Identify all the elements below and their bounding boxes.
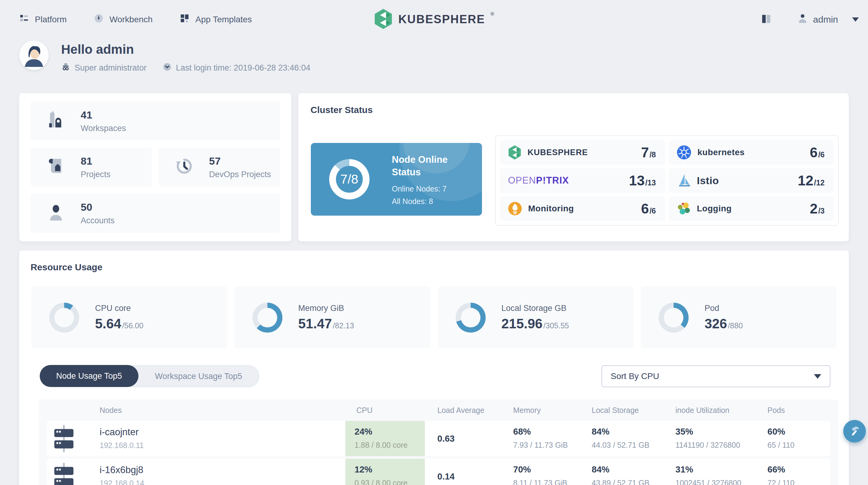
component-total: /12 [814, 179, 825, 187]
toolbox-fab-button[interactable] [843, 420, 866, 443]
logging-logo [677, 201, 691, 216]
stat-devops-projects[interactable]: 57 DevOps Projects [159, 148, 280, 187]
gauge-label: Memory GiB [298, 303, 354, 313]
component-value: 6 [641, 200, 649, 217]
stat-workspaces[interactable]: 41 Workspaces [31, 101, 280, 140]
overview-stats-card: 41 Workspaces 81 Projects 57 DevOps Proj… [19, 93, 291, 241]
all-nodes-label: All Nodes: 8 [392, 195, 474, 208]
usage-tabs: Node Usage Top5 Workspace Usage Top5 [40, 365, 259, 387]
user-name: admin [813, 14, 838, 25]
kubernetes-logo [677, 145, 691, 160]
component-name: Istio [697, 175, 719, 187]
sort-by-dropdown[interactable]: Sort By CPU [601, 365, 830, 387]
openpitrix-logo: OPENP!TRIX [508, 175, 569, 186]
page-title: Hello admin [61, 42, 134, 57]
gauge-used: 51.47 [298, 316, 332, 331]
col-inode-utilization: inode Utilization [676, 406, 730, 415]
brand-wordmark: KUBESPHERE [398, 13, 485, 26]
node-ip: 192.168.0.14 [100, 479, 144, 485]
kubesphere-logo [508, 145, 521, 160]
docs-book-icon[interactable] [760, 13, 773, 26]
gauge-memory: Memory GiB 51.47/82.13 [235, 287, 430, 349]
table-header: Nodes CPU Load Average Memory Local Stor… [47, 399, 830, 421]
server-node-icon [53, 463, 75, 485]
istio-logo [677, 173, 691, 188]
user-menu[interactable]: admin [797, 13, 859, 26]
inode-utilization-cell: 31% 1002451 / 3276800 [676, 464, 741, 485]
cpu-usage-cell: 12% 0.93 / 8.00 core [345, 459, 425, 485]
pods-cell: 60% 65 / 110 [768, 427, 795, 450]
nav-workbench[interactable]: Workbench [94, 13, 153, 26]
component-openpitrix: OPENP!TRIX 13 /13 [500, 168, 665, 193]
node-usage-table: Nodes CPU Load Average Memory Local Stor… [39, 399, 838, 485]
gauge-total: /56.00 [122, 321, 144, 330]
inode-utilization-cell: 35% 1141190 / 3276800 [676, 427, 740, 450]
col-memory: Memory [513, 406, 541, 415]
component-value: 7 [641, 144, 649, 161]
app-templates-icon [179, 13, 190, 26]
workspaces-label: Workspaces [81, 124, 126, 133]
workspaces-icon [48, 111, 64, 130]
load-average-cell: 0.14 [437, 459, 455, 485]
devops-label: DevOps Projects [209, 170, 271, 179]
stat-accounts[interactable]: 50 Accounts [31, 194, 280, 233]
memory-cell: 70% 8.11 / 11.73 GiB [513, 464, 567, 485]
col-nodes: Nodes [100, 406, 122, 415]
resource-gauges: CPU core 5.64/56.00 Memory GiB 51.47/82.… [31, 287, 837, 349]
devops-count: 57 [209, 155, 271, 167]
component-value: 12 [798, 172, 813, 189]
last-login: Last login time: 2019-06-28 23:46:04 [163, 62, 311, 74]
accounts-label: Accounts [81, 216, 115, 225]
gauge-local-storage: Local Storage GB 215.96/305.55 [438, 287, 633, 349]
projects-icon [48, 158, 64, 176]
clock-check-icon [163, 62, 172, 74]
component-istio: Istio 12 /12 [669, 168, 834, 193]
last-login-label: Last login time: 2019-06-28 23:46:04 [176, 63, 311, 73]
tab-workspace-usage-top5[interactable]: Workspace Usage Top5 [138, 372, 258, 381]
gauge-total: /82.13 [333, 321, 354, 330]
workspaces-count: 41 [81, 109, 126, 121]
tab-node-usage-top5[interactable]: Node Usage Top5 [40, 365, 138, 387]
memory-cell: 68% 7.93 / 11.73 GiB [513, 427, 568, 450]
chevron-down-icon [814, 374, 821, 379]
component-logging: Logging 2 /3 [669, 196, 834, 221]
projects-count: 81 [81, 155, 111, 167]
pods-cell: 66% 72 / 110 [768, 464, 795, 485]
gauge-label: Local Storage GB [501, 303, 569, 313]
table-row[interactable]: i-16x6bgj8 192.168.0.14 12% 0.93 / 8.00 … [47, 459, 830, 485]
node-online-title: Node Online Status [392, 153, 474, 179]
platform-icon [19, 13, 29, 26]
monitoring-logo [508, 201, 522, 216]
local-storage-cell: 84% 43.89 / 52.71 GB [592, 464, 649, 485]
admin-role-icon [61, 62, 70, 74]
component-name: Logging [697, 204, 732, 214]
brand-registered-mark: ® [491, 11, 494, 17]
component-kubesphere: KUBESPHERE 7 /8 [500, 140, 665, 165]
table-row[interactable]: i-caojnter 192.168.0.11 24% 1.88 / 8.00 … [47, 421, 830, 456]
kubesphere-brand[interactable]: KUBESPHERE ® [374, 8, 494, 31]
chevron-down-icon [852, 18, 859, 22]
sort-by-value: Sort By CPU [611, 371, 659, 381]
nav-platform[interactable]: Platform [19, 13, 67, 26]
projects-label: Projects [81, 170, 111, 179]
workbench-icon [94, 13, 104, 26]
nav-platform-label: Platform [35, 15, 67, 25]
devops-projects-icon [176, 158, 192, 176]
online-nodes-label: Online Nodes: 7 [392, 183, 474, 195]
avatar [19, 41, 49, 70]
stat-projects[interactable]: 81 Projects [31, 148, 152, 187]
kubesphere-hexagon-logo-icon [374, 8, 393, 31]
nav-app-templates-label: App Templates [195, 15, 252, 25]
gauge-label: Pod [705, 303, 743, 313]
col-load-average: Load Average [437, 406, 485, 415]
pod-donut-chart [659, 303, 689, 333]
components-grid: KUBESPHERE 7 /8 kubernetes 6 /6 OPENP!TR… [495, 135, 839, 226]
local-storage-cell: 84% 44.03 / 52.71 GB [592, 427, 649, 450]
node-name: i-16x6bgj8 [100, 464, 143, 476]
component-total: /3 [818, 206, 825, 215]
nav-app-templates[interactable]: App Templates [179, 13, 252, 26]
toolbox-hammer-icon [848, 425, 861, 438]
component-total: /13 [645, 179, 656, 187]
resource-usage-card: Resource Usage CPU core 5.64/56.00 Memor… [19, 251, 849, 485]
component-value: 2 [810, 200, 818, 217]
